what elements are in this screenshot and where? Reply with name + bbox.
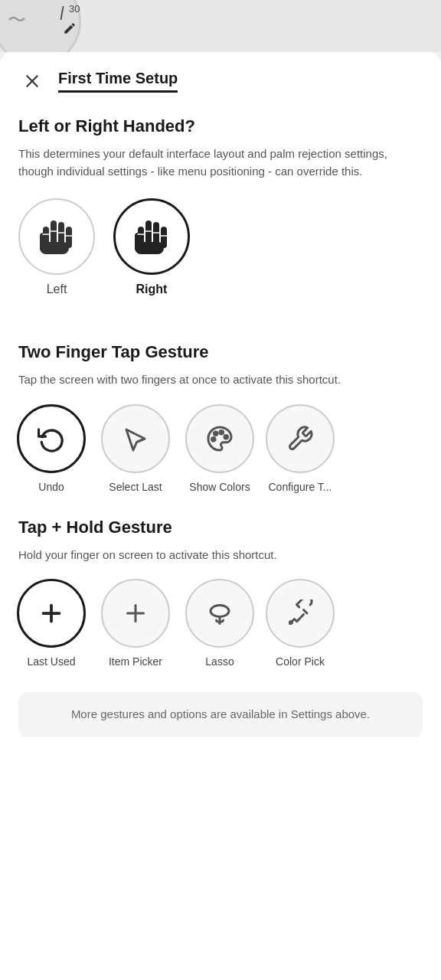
right-hand-circle [113, 198, 190, 275]
left-hand-circle [18, 198, 95, 275]
top-decoration: 〜 30 [0, 0, 441, 52]
svg-rect-17 [135, 242, 164, 254]
plus-bold-icon [38, 599, 65, 627]
two-finger-tap-section: Two Finger Tap Gesture Tap the screen wi… [0, 321, 441, 389]
gesture-color-pick[interactable]: Color Pick [262, 579, 338, 668]
last-used-circle [17, 579, 86, 648]
hand-options-row: Left Right [0, 180, 441, 296]
last-used-label: Last Used [27, 655, 75, 668]
item-picker-circle [101, 579, 170, 648]
degree-number: 30 [69, 3, 80, 15]
gesture-show-colors[interactable]: Show Colors [178, 404, 262, 493]
handedness-section: Left or Right Handed? This determines yo… [0, 95, 441, 180]
tap-hold-title: Tap + Hold Gesture [18, 518, 423, 537]
pencil-icon [63, 21, 77, 35]
gesture-undo[interactable]: Undo [9, 404, 93, 493]
squiggle-icon: 〜 [8, 8, 26, 32]
handedness-title: Left or Right Handed? [18, 116, 423, 136]
bottom-note: More gestures and options are available … [18, 692, 423, 737]
left-hand-option[interactable]: Left [18, 198, 95, 296]
svg-point-30 [211, 606, 229, 617]
right-hand-label: Right [136, 283, 168, 296]
tick-mark [60, 6, 64, 20]
gesture-last-used[interactable]: Last Used [9, 579, 93, 668]
select-last-circle [101, 404, 170, 473]
svg-rect-7 [40, 242, 69, 254]
configure-circle [266, 404, 335, 473]
tap-hold-desc: Hold your finger on screen to activate t… [18, 547, 423, 564]
svg-point-23 [224, 435, 228, 439]
lasso-circle [185, 579, 254, 648]
undo-circle [17, 404, 86, 473]
color-pick-circle [266, 579, 335, 648]
item-picker-label: Item Picker [109, 655, 162, 668]
gesture-configure[interactable]: Configure T... [262, 404, 338, 493]
bottom-note-text: More gestures and options are available … [34, 706, 407, 724]
right-hand-icon [132, 213, 172, 260]
gesture-select-last[interactable]: Select Last [93, 404, 178, 493]
undo-label: Undo [38, 481, 64, 493]
main-card: First Time Setup Left or Right Handed? T… [0, 52, 441, 980]
two-finger-gesture-row: Undo Select Last Show Colors [0, 389, 441, 493]
svg-point-22 [220, 430, 224, 434]
show-colors-circle [185, 404, 254, 473]
svg-point-24 [214, 432, 218, 436]
close-button[interactable] [18, 67, 46, 95]
two-finger-desc: Tap the screen with two fingers at once … [18, 371, 423, 389]
tap-hold-section: Tap + Hold Gesture Hold your finger on s… [0, 493, 441, 564]
tap-hold-gesture-row: Last Used Item Picker Lasso [0, 564, 441, 668]
svg-point-25 [212, 437, 216, 441]
lasso-label: Lasso [205, 655, 234, 668]
header: First Time Setup [0, 52, 441, 95]
gesture-item-picker[interactable]: Item Picker [93, 579, 178, 668]
plus-icon [122, 599, 149, 627]
right-hand-option[interactable]: Right [113, 198, 190, 296]
gesture-lasso[interactable]: Lasso [178, 579, 262, 668]
palette-icon [206, 425, 234, 452]
color-pick-label: Color Pick [276, 655, 325, 668]
handedness-desc: This determines your default interface l… [18, 145, 423, 180]
show-colors-label: Show Colors [189, 481, 250, 493]
wrench-icon [286, 425, 314, 452]
lasso-icon [206, 599, 234, 627]
svg-point-31 [290, 622, 292, 624]
left-hand-label: Left [47, 283, 67, 296]
left-hand-icon [37, 213, 77, 260]
cursor-icon [122, 425, 149, 452]
undo-icon [38, 425, 65, 452]
configure-label: Configure T... [268, 481, 332, 493]
eyedropper-icon [286, 599, 314, 627]
page-title: First Time Setup [58, 70, 178, 93]
two-finger-title: Two Finger Tap Gesture [18, 342, 423, 362]
select-last-label: Select Last [109, 481, 162, 493]
